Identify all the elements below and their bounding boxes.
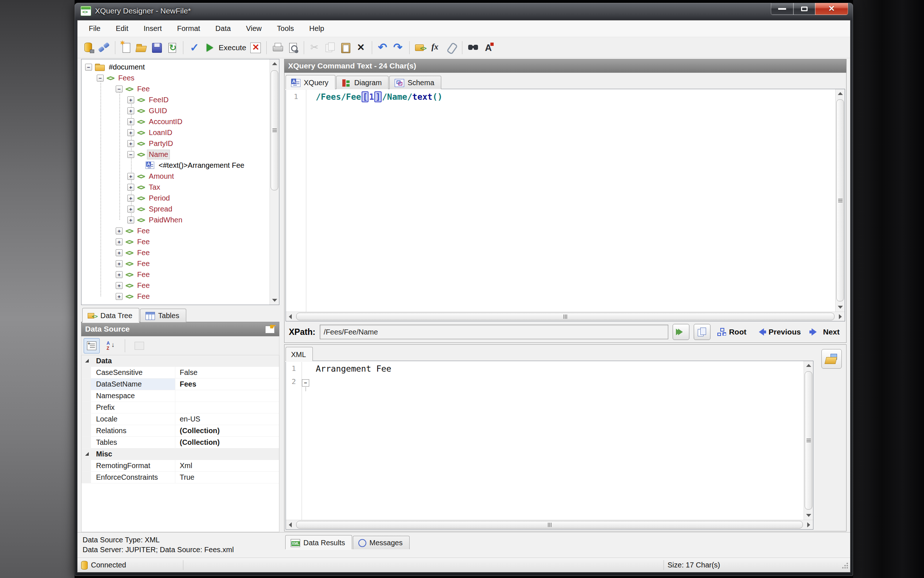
scrollbar-thumb[interactable]	[805, 371, 812, 510]
tree-node-fee[interactable]: +<>Fee	[81, 247, 270, 258]
tree-node-paidwhen[interactable]: +<>PaidWhen	[81, 214, 270, 225]
validate-button[interactable]	[187, 40, 202, 56]
tree-node-spread[interactable]: +<>Spread	[81, 203, 270, 214]
next-button[interactable]: Next	[807, 328, 842, 336]
scroll-down-arrow[interactable]	[836, 303, 845, 312]
editor-horizontal-scrollbar[interactable]	[286, 312, 845, 321]
undo-button[interactable]	[375, 40, 391, 56]
property-row-remotingformat[interactable]: RemotingFormatXml	[81, 460, 279, 472]
expand-icon[interactable]: +	[127, 118, 134, 125]
property-row-locale[interactable]: Localeen-US	[81, 414, 279, 425]
menu-view[interactable]: View	[238, 24, 269, 33]
tree-node-fees[interactable]: −<>Fees	[81, 72, 270, 83]
categorized-view-button[interactable]	[84, 338, 100, 354]
disconnect-button[interactable]	[96, 40, 112, 56]
menu-file[interactable]: File	[81, 24, 108, 33]
expand-icon[interactable]: +	[116, 227, 123, 234]
expand-icon[interactable]: +	[127, 129, 134, 136]
property-category-data[interactable]: Data	[81, 355, 279, 367]
root-button[interactable]: Root	[715, 328, 749, 336]
scrollbar-thumb[interactable]	[296, 313, 835, 320]
stop-button[interactable]	[248, 40, 263, 56]
property-value[interactable]: True	[175, 472, 279, 483]
tree-node-fee[interactable]: +<>Fee	[81, 291, 270, 302]
property-row-namespace[interactable]: Namespace	[81, 390, 279, 402]
close-button[interactable]: ✕	[815, 3, 848, 15]
tree-node-loanid[interactable]: +<>LoanID	[81, 127, 270, 138]
collapse-icon[interactable]: −	[97, 75, 104, 81]
collapse-icon[interactable]: −	[127, 151, 134, 158]
menu-data[interactable]: Data	[208, 24, 238, 33]
property-value[interactable]: (Collection)	[175, 437, 279, 448]
expand-icon[interactable]: +	[127, 96, 134, 103]
tab-messages[interactable]: Messages	[353, 536, 409, 549]
tab-data-results[interactable]: Data Results	[285, 535, 352, 549]
scroll-left-arrow[interactable]	[286, 520, 295, 529]
property-value[interactable]: False	[175, 367, 279, 378]
editor-vertical-scrollbar[interactable]	[835, 89, 845, 312]
tree-node-feeid[interactable]: +<>FeeID	[81, 94, 270, 105]
tree-node-document[interactable]: −#document	[81, 62, 270, 72]
property-value[interactable]	[175, 402, 279, 413]
xml-result-editor[interactable]: 12 − Arrangement Fee	[286, 361, 813, 529]
scroll-up-arrow[interactable]	[836, 89, 845, 98]
tab-xml[interactable]: XML	[286, 347, 313, 361]
alphabetical-sort-button[interactable]: ↓	[103, 338, 118, 354]
previous-button[interactable]: Previous	[753, 328, 803, 336]
tree-node-tax[interactable]: +<>Tax	[81, 182, 270, 193]
tree-node-guid[interactable]: +<>GUID	[81, 105, 270, 116]
property-value[interactable]: Xml	[175, 460, 279, 471]
open-file-button[interactable]	[134, 40, 149, 56]
tree-node-name[interactable]: −<>Name	[81, 149, 270, 160]
paste-button[interactable]	[338, 40, 353, 56]
tree-node-fee[interactable]: −<>Fee	[81, 83, 270, 94]
collapse-icon[interactable]: −	[85, 64, 92, 71]
expand-icon[interactable]: +	[116, 260, 123, 267]
property-pages-button[interactable]	[131, 338, 147, 354]
refresh-document-button[interactable]	[164, 40, 180, 56]
property-row-datasetname[interactable]: DataSetNameFees	[81, 378, 279, 390]
scrollbar-thumb[interactable]	[271, 70, 278, 190]
new-file-button[interactable]	[118, 40, 134, 56]
property-row-relations[interactable]: Relations(Collection)	[81, 425, 279, 437]
tree-node-accountid[interactable]: +<>AccountID	[81, 116, 270, 127]
tree-node-fee[interactable]: +<>Fee	[81, 225, 270, 236]
menu-help[interactable]: Help	[302, 24, 332, 33]
property-value[interactable]: (Collection)	[175, 425, 279, 437]
browse-button[interactable]	[821, 349, 842, 369]
scrollbar-thumb[interactable]	[296, 521, 803, 529]
property-value[interactable]: Fees	[175, 378, 279, 390]
xml-node-button[interactable]	[413, 40, 428, 56]
xquery-editor[interactable]: 1 /Fees/Fee[1]/Name/text()	[286, 89, 845, 321]
attach-button[interactable]	[443, 40, 459, 56]
expand-icon[interactable]: +	[127, 107, 134, 114]
scroll-up-arrow[interactable]	[270, 59, 279, 68]
collapse-icon[interactable]: −	[116, 86, 123, 93]
maximize-button[interactable]	[793, 3, 815, 15]
xpath-input[interactable]	[320, 325, 668, 339]
execute-button[interactable]: Execute	[202, 40, 248, 56]
editor-horizontal-scrollbar[interactable]	[286, 520, 813, 529]
tree-vertical-scrollbar[interactable]	[270, 59, 279, 305]
expand-icon[interactable]: +	[127, 195, 134, 201]
font-button[interactable]	[481, 40, 496, 56]
scroll-down-arrow[interactable]	[270, 296, 279, 305]
save-file-button[interactable]	[149, 40, 164, 56]
expand-icon[interactable]: +	[127, 140, 134, 147]
scroll-left-arrow[interactable]	[286, 312, 295, 321]
cut-button[interactable]	[307, 40, 323, 56]
titlebar[interactable]: XQuery Designer - NewFile* ✕	[74, 3, 853, 19]
tree-node-fee[interactable]: +<>Fee	[81, 236, 270, 247]
menu-edit[interactable]: Edit	[108, 24, 136, 33]
menu-format[interactable]: Format	[170, 24, 208, 33]
expand-icon[interactable]: +	[116, 249, 123, 256]
function-button[interactable]	[428, 40, 443, 56]
property-category-misc[interactable]: Misc	[81, 448, 279, 460]
property-value[interactable]: en-US	[175, 414, 279, 425]
category-collapse-icon[interactable]	[81, 448, 91, 460]
tree-node-fee[interactable]: +<>Fee	[81, 280, 270, 291]
menu-tools[interactable]: Tools	[269, 24, 302, 33]
property-row-prefix[interactable]: Prefix	[81, 402, 279, 414]
tree-node-partyid[interactable]: +<>PartyID	[81, 138, 270, 149]
tab-schema[interactable]: Schema	[389, 76, 441, 89]
